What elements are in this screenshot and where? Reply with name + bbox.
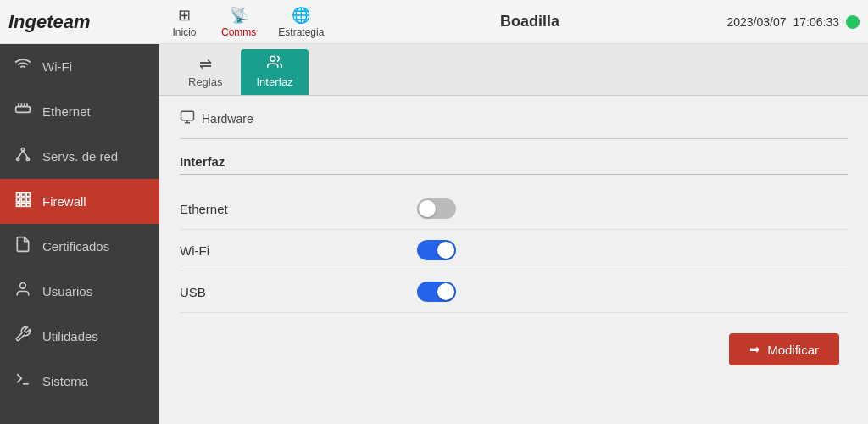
svg-point-22 [270,56,275,61]
date: 2023/03/07 [726,15,786,29]
nav-item-estrategia[interactable]: 🌐 Estrategia [270,3,332,42]
sidebar-label-ethernet: Ethernet [42,104,91,119]
user-icon [14,281,32,302]
time: 17:06:33 [793,15,840,29]
datetime: 2023/03/07 17:06:33 [726,15,860,29]
svg-line-9 [18,151,23,158]
nav-item-inicio[interactable]: ⊞ Inicio [161,3,208,42]
svg-rect-12 [21,193,25,197]
sidebar-item-firewall[interactable]: Firewall [0,179,159,224]
ethernet-toggle[interactable] [417,198,456,219]
sidebar-label-utilidades: Utilidades [42,329,98,343]
nav-label-estrategia: Estrategia [278,26,324,38]
svg-rect-15 [21,198,25,201]
status-indicator [846,15,860,29]
inner-content: Hardware Interfaz Ethernet Wi-Fi [159,96,868,424]
modify-label: Modificar [767,343,819,357]
sidebar-item-sistema[interactable]: Sistema [0,359,159,404]
svg-rect-11 [17,193,20,197]
wifi-row-label: Wi-Fi [180,243,400,258]
svg-rect-1 [16,107,31,113]
tab-label-interfaz: Interfaz [256,75,292,88]
estrategia-icon: 🌐 [292,6,310,25]
sidebar-label-certificados: Certificados [42,239,109,254]
inicio-icon: ⊞ [178,6,191,25]
sidebar-item-ethernet[interactable]: Ethernet [0,89,159,134]
nav-label-comms: Comms [221,26,256,38]
modify-icon: ➡ [749,342,760,357]
sidebar-label-sistema: Sistema [42,374,88,388]
network-icon [14,146,32,167]
usb-label: USB [180,285,400,299]
header: Ingeteam ⊞ Inicio 📡 Comms 🌐 Estrategia B… [0,0,868,44]
sidebar-label-servs-red: Servs. de red [42,149,118,164]
ethernet-label: Ethernet [180,202,400,216]
sidebar-label-firewall: Firewall [42,194,86,209]
wrench-icon [14,326,32,347]
reglas-icon: ⇌ [199,55,212,74]
actions: ➡ Modificar [180,333,848,365]
tab-label-reglas: Reglas [188,75,222,88]
svg-rect-16 [26,198,30,201]
interfaz-icon [267,54,282,74]
hardware-bar: Hardware [180,109,848,139]
svg-point-20 [20,283,26,289]
interface-row-ethernet: Ethernet [180,188,848,230]
interface-row-wifi: Wi-Fi [180,230,848,271]
ethernet-icon [14,101,32,122]
hardware-icon [180,109,195,128]
sidebar: Wi-Fi Ethernet Servs. de red [0,44,159,424]
nav-item-comms[interactable]: 📡 Comms [213,3,264,42]
cert-icon [14,236,32,257]
content-area: ⇌ Reglas Interfaz [159,44,868,424]
wifi-icon [14,56,32,77]
sidebar-item-utilidades[interactable]: Utilidades [0,314,159,359]
hardware-label: Hardware [202,112,253,126]
section-title: Interfaz [180,154,848,169]
svg-rect-17 [17,203,20,206]
interface-row-usb: USB [180,271,848,313]
svg-point-6 [21,148,24,151]
terminal-icon [14,371,32,392]
wifi-toggle[interactable] [417,240,456,260]
sidebar-item-servs-red[interactable]: Servs. de red [0,134,159,179]
location-title: Boadilla [332,13,726,31]
firewall-icon [14,191,32,212]
nav-icons: ⊞ Inicio 📡 Comms 🌐 Estrategia [161,3,332,42]
svg-line-10 [23,151,28,158]
sidebar-item-wifi[interactable]: Wi-Fi [0,44,159,89]
usb-toggle[interactable] [417,282,456,302]
nav-label-inicio: Inicio [172,26,196,38]
sidebar-item-usuarios[interactable]: Usuarios [0,269,159,314]
svg-rect-14 [17,198,20,201]
svg-rect-19 [26,203,30,206]
svg-rect-13 [26,193,30,197]
sidebar-item-certificados[interactable]: Certificados [0,224,159,269]
tab-bar: ⇌ Reglas Interfaz [159,44,868,96]
sidebar-label-wifi: Wi-Fi [42,59,72,74]
modify-button[interactable]: ➡ Modificar [729,333,839,365]
logo: Ingeteam [8,11,161,33]
svg-point-7 [17,158,19,160]
sidebar-label-usuarios: Usuarios [42,284,92,298]
comms-icon: 📡 [230,6,248,25]
tab-reglas[interactable]: ⇌ Reglas [173,50,237,95]
svg-rect-18 [21,203,25,206]
svg-rect-23 [181,111,194,120]
svg-point-8 [26,158,29,160]
main-layout: Wi-Fi Ethernet Servs. de red [0,44,868,424]
tab-interfaz[interactable]: Interfaz [241,49,308,95]
section-divider [180,174,848,175]
